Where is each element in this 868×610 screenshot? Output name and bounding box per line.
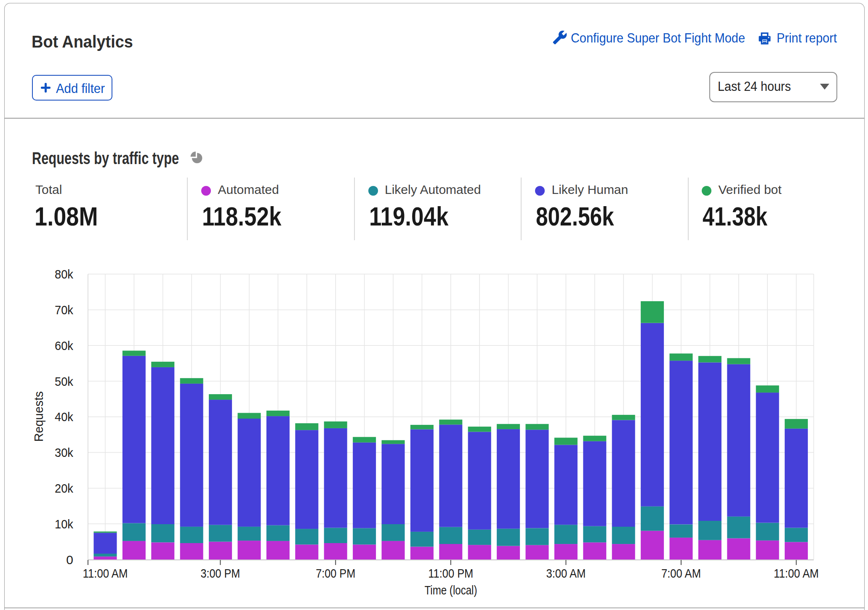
svg-text:80k: 80k: [55, 267, 74, 281]
svg-text:3:00 PM: 3:00 PM: [200, 566, 240, 580]
svg-text:0: 0: [66, 553, 73, 567]
svg-text:40k: 40k: [55, 410, 74, 424]
svg-text:Requests: Requests: [32, 391, 45, 442]
svg-text:50k: 50k: [55, 374, 74, 388]
svg-text:10k: 10k: [55, 517, 74, 531]
svg-text:Time (local): Time (local): [425, 583, 477, 597]
svg-text:11:00 AM: 11:00 AM: [774, 566, 819, 580]
svg-text:20k: 20k: [55, 481, 74, 495]
svg-text:60k: 60k: [55, 339, 74, 353]
svg-text:70k: 70k: [55, 303, 74, 317]
svg-text:7:00 PM: 7:00 PM: [316, 566, 355, 580]
svg-text:7:00 AM: 7:00 AM: [661, 566, 701, 580]
svg-text:3:00 AM: 3:00 AM: [546, 566, 586, 580]
svg-text:30k: 30k: [55, 446, 74, 459]
svg-text:11:00 AM: 11:00 AM: [83, 566, 128, 580]
svg-text:11:00 PM: 11:00 PM: [428, 566, 473, 580]
